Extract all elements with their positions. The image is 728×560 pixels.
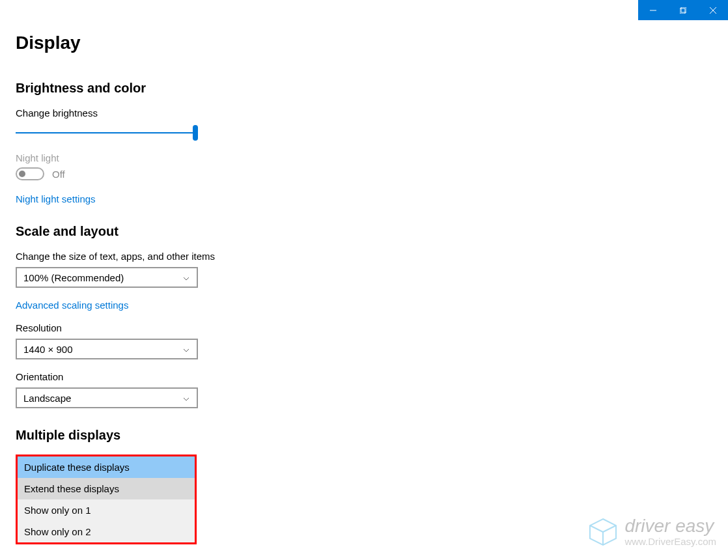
- night-light-toggle-row: Off: [16, 167, 712, 180]
- chevron-down-icon: [182, 273, 190, 281]
- svg-rect-1: [680, 8, 685, 14]
- scale-dropdown[interactable]: 100% (Recommended): [16, 267, 198, 288]
- dropdown-option-duplicate[interactable]: Duplicate these displays: [18, 456, 195, 478]
- page-title: Display: [16, 33, 712, 53]
- advanced-scaling-link[interactable]: Advanced scaling settings: [16, 300, 712, 311]
- chevron-down-icon: [182, 345, 190, 353]
- night-light-toggle[interactable]: [16, 167, 44, 180]
- night-light-label: Night light: [16, 152, 712, 163]
- dropdown-option-show-1[interactable]: Show only on 1: [18, 499, 195, 521]
- svg-line-7: [603, 525, 616, 532]
- minimize-button[interactable]: [638, 0, 668, 20]
- watermark-url: www.DriverEasy.com: [624, 537, 716, 548]
- scale-label: Change the size of text, apps, and other…: [16, 251, 712, 262]
- dropdown-option-extend[interactable]: Extend these displays: [18, 478, 195, 499]
- settings-content: Display Brightness and color Change brig…: [0, 0, 728, 560]
- svg-line-6: [590, 525, 603, 532]
- resolution-label: Resolution: [16, 322, 712, 333]
- multiple-displays-dropdown-expanded[interactable]: Duplicate these displays Extend these di…: [16, 455, 197, 544]
- orientation-label: Orientation: [16, 371, 712, 382]
- multiple-displays-header: Multiple displays: [16, 428, 712, 443]
- chevron-down-icon: [182, 394, 190, 402]
- cube-icon: [587, 516, 619, 548]
- watermark-brand: driver easy: [624, 516, 716, 537]
- dropdown-option-show-2[interactable]: Show only on 2: [18, 521, 195, 542]
- brightness-slider[interactable]: [16, 125, 198, 141]
- resolution-dropdown[interactable]: 1440 × 900: [16, 339, 198, 359]
- svg-rect-2: [681, 7, 686, 12]
- orientation-dropdown-value: Landscape: [23, 393, 71, 404]
- change-brightness-label: Change brightness: [16, 107, 712, 119]
- scale-dropdown-value: 100% (Recommended): [23, 272, 124, 283]
- window-titlebar: [638, 0, 728, 20]
- toggle-knob: [19, 171, 25, 177]
- scale-layout-header: Scale and layout: [16, 224, 712, 239]
- close-icon: [710, 7, 716, 14]
- orientation-dropdown[interactable]: Landscape: [16, 387, 198, 408]
- brightness-color-header: Brightness and color: [16, 81, 712, 96]
- watermark-text: driver easy www.DriverEasy.com: [624, 516, 716, 547]
- slider-thumb[interactable]: [193, 125, 198, 141]
- night-light-settings-link[interactable]: Night light settings: [16, 193, 712, 204]
- maximize-button[interactable]: [668, 0, 698, 20]
- close-button[interactable]: [698, 0, 728, 20]
- resolution-dropdown-value: 1440 × 900: [23, 344, 73, 355]
- maximize-icon: [680, 7, 686, 14]
- minimize-icon: [650, 7, 656, 14]
- watermark: driver easy www.DriverEasy.com: [587, 516, 716, 548]
- night-light-state: Off: [52, 169, 65, 180]
- slider-track: [16, 132, 198, 133]
